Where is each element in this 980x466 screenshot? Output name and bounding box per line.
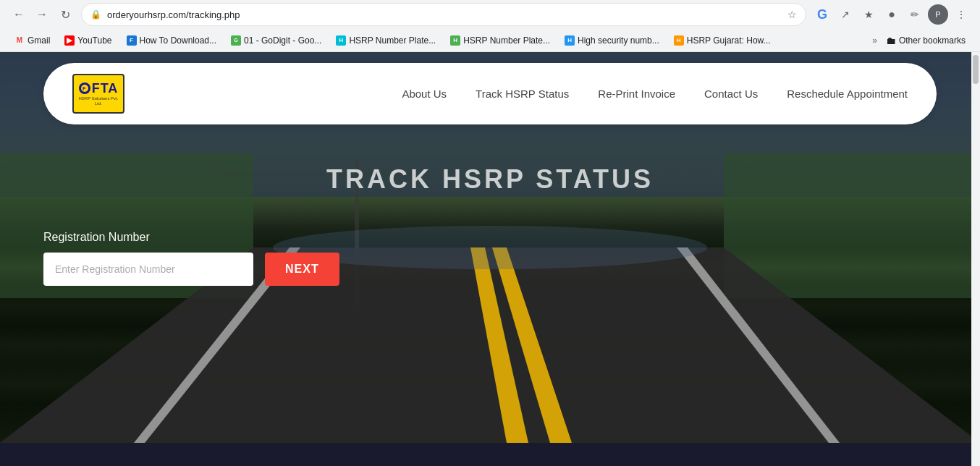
bookmark-godigit-label: 01 - GoDigit - Goo... xyxy=(244,35,321,46)
forward-button[interactable]: → xyxy=(32,4,52,25)
url-text: orderyourhsrp.com/tracking.php xyxy=(107,9,782,20)
nav-link-track-hsrp[interactable]: Track HSRP Status xyxy=(476,88,569,100)
high-security-favicon: H xyxy=(565,35,575,46)
page-title: TRACK HSRP STATUS xyxy=(0,164,980,195)
form-row: NEXT xyxy=(43,253,937,286)
logo-subtitle: HSRP Solutions Pvt. Ltd. xyxy=(77,96,120,106)
bookmark-gmail-label: Gmail xyxy=(28,35,50,46)
how-to-favicon: F xyxy=(127,35,137,46)
logo-icon: F xyxy=(79,82,90,94)
svg-text:F: F xyxy=(83,86,86,91)
bookmark-hsrp2[interactable]: H HSRP Number Plate... xyxy=(444,33,556,48)
browser-chrome: ← → ↻ 🔒 orderyourhsrp.com/tracking.php ☆… xyxy=(0,0,980,52)
logo-container: F FTA HSRP Solutions Pvt. Ltd. xyxy=(72,74,124,114)
bookmark-high-security[interactable]: H High security numb... xyxy=(559,33,665,48)
hsrp1-favicon: H xyxy=(336,35,346,46)
bookmark-hsrp-gujarat-label: HSRP Gujarat: How... xyxy=(687,35,771,46)
bookmark-youtube[interactable]: ▶ YouTube xyxy=(59,33,117,48)
registration-number-input[interactable] xyxy=(43,253,253,286)
bookmark-how-to-label: How To Download... xyxy=(140,35,217,46)
youtube-favicon: ▶ xyxy=(64,35,75,46)
bookmarks-bar: M Gmail ▶ YouTube F How To Download... G… xyxy=(0,29,980,52)
website-container: F FTA HSRP Solutions Pvt. Ltd. About Us … xyxy=(0,52,980,443)
logo-top: F FTA xyxy=(79,81,119,96)
next-button[interactable]: NEXT xyxy=(265,253,339,286)
bookmark-hsrp2-label: HSRP Number Plate... xyxy=(463,35,550,46)
other-bookmarks-button[interactable]: 🖿 Other bookmarks xyxy=(880,33,971,48)
bookmarks-more: » 🖿 Other bookmarks xyxy=(872,33,971,48)
bookmark-hsrp1-label: HSRP Number Plate... xyxy=(349,35,436,46)
bookmark-gmail[interactable]: M Gmail xyxy=(9,33,56,48)
browser-titlebar: ← → ↻ 🔒 orderyourhsrp.com/tracking.php ☆… xyxy=(0,0,980,29)
nav-link-about-us[interactable]: About Us xyxy=(402,88,447,100)
bookmark-how-to[interactable]: F How To Download... xyxy=(121,33,223,48)
hsrp-gujarat-favicon: H xyxy=(674,35,684,46)
bookmark-high-security-label: High security numb... xyxy=(578,35,659,46)
bookmark-hsrp1[interactable]: H HSRP Number Plate... xyxy=(330,33,442,48)
extension-icon[interactable]: ● xyxy=(882,4,902,25)
bookmark-hsrp-gujarat[interactable]: H HSRP Gujarat: How... xyxy=(668,33,777,48)
nav-link-reschedule[interactable]: Reschedule Appointment xyxy=(787,88,908,100)
form-label: Registration Number xyxy=(43,231,937,244)
puzzle-icon[interactable]: ✏ xyxy=(905,4,925,25)
hsrp2-favicon: H xyxy=(450,35,460,46)
reload-button[interactable]: ↻ xyxy=(55,4,75,25)
back-button[interactable]: ← xyxy=(9,4,29,25)
browser-nav-buttons: ← → ↻ xyxy=(9,4,75,25)
nav-link-reprint-invoice[interactable]: Re-Print Invoice xyxy=(598,88,675,100)
nav-link-contact-us[interactable]: Contact Us xyxy=(704,88,758,100)
logo-text: FTA xyxy=(92,81,119,96)
form-section: Registration Number NEXT xyxy=(0,216,980,329)
scrollbar-thumb[interactable] xyxy=(973,55,979,84)
browser-actions: G ↗ ★ ● ✏ P ⋮ xyxy=(812,4,971,25)
navbar: F FTA HSRP Solutions Pvt. Ltd. About Us … xyxy=(43,63,937,124)
bookmark-godigit[interactable]: G 01 - GoDigit - Goo... xyxy=(225,33,327,48)
godigit-favicon: G xyxy=(231,35,241,46)
menu-icon[interactable]: ⋮ xyxy=(951,4,971,25)
nav-links: About Us Track HSRP Status Re-Print Invo… xyxy=(402,88,908,100)
other-bookmarks-label: Other bookmarks xyxy=(899,35,966,46)
lock-icon: 🔒 xyxy=(90,9,101,20)
share-icon[interactable]: ↗ xyxy=(835,4,856,25)
address-bar[interactable]: 🔒 orderyourhsrp.com/tracking.php ☆ xyxy=(81,3,806,26)
logo-box: F FTA HSRP Solutions Pvt. Ltd. xyxy=(72,74,124,114)
nav-container: F FTA HSRP Solutions Pvt. Ltd. About Us … xyxy=(0,52,980,135)
google-icon[interactable]: G xyxy=(812,4,832,25)
bookmark-icon[interactable]: ★ xyxy=(858,4,879,25)
gmail-favicon: M xyxy=(14,35,25,46)
page-title-section: TRACK HSRP STATUS xyxy=(0,135,980,216)
more-bookmarks-button[interactable]: » xyxy=(872,35,877,46)
bookmark-youtube-label: YouTube xyxy=(77,35,111,46)
profile-icon[interactable]: P xyxy=(928,4,948,25)
scrollbar-track[interactable] xyxy=(971,52,980,443)
star-icon[interactable]: ☆ xyxy=(787,9,797,20)
